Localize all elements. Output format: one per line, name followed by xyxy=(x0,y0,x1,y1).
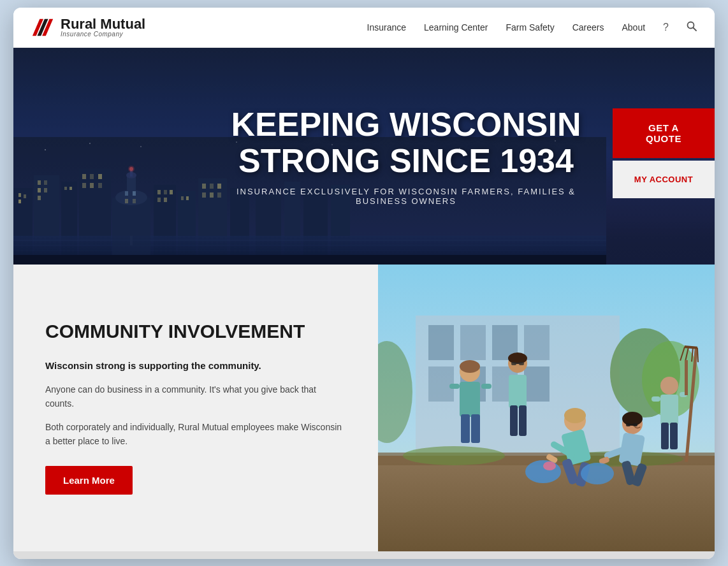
svg-rect-132 xyxy=(661,423,669,449)
svg-rect-107 xyxy=(509,375,527,408)
browser-frame: Rural Mutual Insurance Company Insurance… xyxy=(13,8,715,559)
bottom-strip xyxy=(13,551,715,559)
svg-rect-105 xyxy=(519,362,524,365)
logo-text: Rural Mutual Insurance Company xyxy=(61,17,145,38)
hero-section: KEEPING WISCONSIN STRONG SINCE 1934 INSU… xyxy=(13,48,715,265)
svg-rect-75 xyxy=(460,325,486,360)
svg-rect-101 xyxy=(481,384,491,389)
main-nav: Insurance Learning Center Farm Safety Ca… xyxy=(367,21,697,34)
nav-item-careers[interactable]: Careers xyxy=(572,22,604,33)
svg-rect-122 xyxy=(633,423,637,426)
community-body-1: Anyone can do business in a community. I… xyxy=(45,382,346,411)
svg-rect-77 xyxy=(524,325,550,360)
svg-point-118 xyxy=(543,461,556,470)
learn-more-button[interactable]: Learn More xyxy=(45,466,133,495)
hero-title: KEEPING WISCONSIN STRONG SINCE 1934 xyxy=(231,106,581,178)
my-account-button[interactable]: MY ACCOUNT xyxy=(613,161,715,198)
community-heading: COMMUNITY INVOLVEMENT xyxy=(45,321,346,342)
svg-point-115 xyxy=(525,460,561,483)
logo-area[interactable]: Rural Mutual Insurance Company xyxy=(31,15,145,40)
get-quote-button[interactable]: GET A QUOTE xyxy=(613,108,715,158)
nav-item-insurance[interactable]: Insurance xyxy=(367,22,406,33)
community-image-panel xyxy=(378,265,715,551)
svg-rect-136 xyxy=(685,360,688,395)
logo-icon xyxy=(31,15,55,40)
svg-rect-81 xyxy=(524,366,550,402)
svg-rect-100 xyxy=(449,384,460,389)
svg-rect-134 xyxy=(652,396,660,402)
svg-point-111 xyxy=(564,408,586,423)
community-text-panel: COMMUNITY INVOLVEMENT Wisconsin strong i… xyxy=(13,265,378,551)
search-icon[interactable] xyxy=(687,21,697,34)
svg-rect-98 xyxy=(461,414,470,443)
community-section: COMMUNITY INVOLVEMENT Wisconsin strong i… xyxy=(13,265,715,551)
logo-brand-name: Rural Mutual xyxy=(61,17,145,31)
site-header: Rural Mutual Insurance Company Insurance… xyxy=(13,8,715,48)
svg-rect-133 xyxy=(670,423,678,449)
logo-tagline: Insurance Company xyxy=(61,31,145,38)
community-tagline: Wisconsin strong is supporting the commu… xyxy=(45,360,346,371)
svg-rect-74 xyxy=(428,325,454,360)
svg-point-87 xyxy=(403,446,505,465)
svg-rect-109 xyxy=(519,405,527,436)
help-icon[interactable]: ? xyxy=(663,22,669,33)
svg-point-127 xyxy=(581,463,614,484)
svg-rect-78 xyxy=(428,366,454,402)
svg-line-4 xyxy=(694,27,697,31)
sidebar-buttons: GET A QUOTE MY ACCOUNT xyxy=(613,108,715,198)
community-body-2: Both corporately and individually, Rural… xyxy=(45,420,346,449)
svg-point-120 xyxy=(622,412,643,426)
svg-rect-108 xyxy=(510,405,518,436)
nav-item-farm-safety[interactable]: Farm Safety xyxy=(506,22,554,33)
nav-item-learning-center[interactable]: Learning Center xyxy=(424,22,488,33)
hero-content: KEEPING WISCONSIN STRONG SINCE 1934 INSU… xyxy=(231,106,581,205)
svg-rect-97 xyxy=(460,382,480,417)
svg-rect-104 xyxy=(511,362,516,365)
svg-point-96 xyxy=(460,360,480,373)
svg-rect-121 xyxy=(626,423,630,426)
nav-item-about[interactable]: About xyxy=(622,22,646,33)
hero-subtitle: INSURANCE EXCLUSIVELY FOR WISCONSIN FARM… xyxy=(231,187,581,206)
svg-rect-131 xyxy=(660,395,678,425)
svg-point-103 xyxy=(508,352,527,364)
svg-rect-99 xyxy=(471,414,480,443)
main-content: KEEPING WISCONSIN STRONG SINCE 1934 INSU… xyxy=(13,48,715,559)
svg-point-130 xyxy=(660,377,678,395)
